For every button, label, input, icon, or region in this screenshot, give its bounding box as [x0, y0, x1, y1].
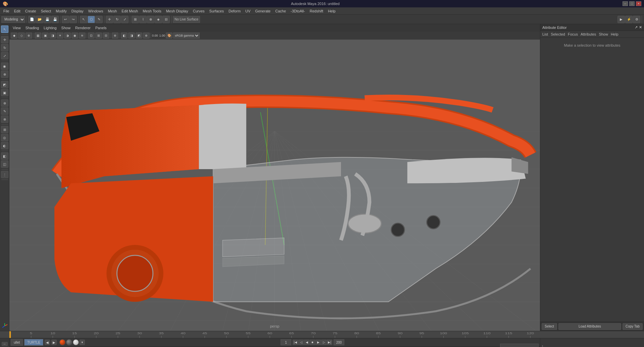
layer-prev-btn[interactable]: ◀ [45, 340, 50, 345]
attr-editor-float-btn[interactable]: ↗ [635, 25, 638, 30]
menu-mesh-display[interactable]: Mesh Display [164, 8, 190, 14]
layer-next-btn[interactable]: ▶ [51, 340, 57, 345]
vp-menu-show[interactable]: Show [59, 25, 73, 31]
scale-btn[interactable]: ⤢ [121, 16, 129, 23]
grid-tool[interactable]: ⊞ [1, 126, 8, 133]
vp-obj-mode[interactable]: ◨ [128, 33, 135, 39]
vp-select-mask-comp[interactable]: ◇ [18, 33, 25, 39]
step-fwd-btn[interactable]: ▷ [321, 340, 327, 345]
snap-curve-btn[interactable]: ⌇ [139, 16, 147, 23]
attr-editor-close-btn[interactable]: ✕ [639, 25, 642, 30]
vp-menu-shading[interactable]: Shading [23, 25, 41, 31]
vp-motion-blur[interactable]: ≋ [79, 33, 86, 39]
char-set-display[interactable]: No Character Set [500, 344, 539, 347]
isolate-tool[interactable]: ◎ [1, 134, 8, 141]
menu-display[interactable]: Display [69, 8, 86, 14]
ae-nav-show[interactable]: Show [599, 32, 608, 36]
open-file-btn[interactable]: 📂 [36, 16, 43, 23]
jump-end-btn[interactable]: ▶| [327, 340, 332, 345]
render-settings-btn[interactable]: ⚙ [633, 16, 640, 23]
move-tool[interactable]: ✛ [1, 36, 8, 43]
vp-wireframe[interactable]: ▦ [35, 33, 41, 39]
render-icon-gray[interactable] [66, 339, 72, 345]
timeline-collapse-btn[interactable]: ─ [2, 342, 8, 346]
menu-generate[interactable]: Generate [253, 8, 273, 14]
vp-uv-mode[interactable]: ⊕ [143, 33, 150, 39]
save-as-btn[interactable]: 💾 [51, 16, 59, 23]
vp-light[interactable]: ☀ [57, 33, 63, 39]
paint-select-btn[interactable]: ✎ [95, 16, 103, 23]
load-attrs-btn[interactable]: Load Attributes [558, 323, 621, 330]
vp-isolate[interactable]: ⊡ [88, 33, 95, 39]
snap-surface-btn[interactable]: ◈ [155, 16, 162, 23]
move-btn[interactable]: ✛ [106, 16, 113, 23]
layer-tab-ullet[interactable]: ullet [11, 339, 23, 346]
new-file-btn[interactable]: 📄 [28, 16, 36, 23]
menu-mesh[interactable]: Mesh [106, 8, 119, 14]
create-nurbs[interactable]: ◫ [1, 160, 8, 168]
paint-tool[interactable]: ✎ [1, 107, 8, 115]
viewport[interactable]: View Shading Lighting Show Renderer Pane… [9, 24, 540, 331]
menu-3dto[interactable]: -3DtoAll- [289, 8, 307, 14]
ae-nav-attributes[interactable]: Attributes [581, 32, 596, 36]
lasso-btn[interactable]: ⬡ [88, 16, 95, 23]
vp-menu-renderer[interactable]: Renderer [73, 25, 93, 31]
vp-menu-panels[interactable]: Panels [93, 25, 109, 31]
undo-btn[interactable]: ↩ [62, 16, 69, 23]
vp-menu-view[interactable]: View [11, 25, 23, 31]
snap-icon[interactable]: ⋮ [1, 171, 8, 178]
vp-texture[interactable]: ◨ [49, 33, 56, 39]
menu-surfaces[interactable]: Surfaces [207, 8, 226, 14]
close-button[interactable]: ✕ [636, 1, 641, 6]
range-start-field[interactable]: 1 [281, 339, 291, 345]
vp-select-mask-obj[interactable]: ◆ [11, 33, 17, 39]
layer-tab-turtle[interactable]: TURTLE [24, 339, 43, 346]
artisan-tool[interactable]: ⊗ [1, 115, 8, 123]
select-arrow-tool[interactable]: ↖ [1, 26, 8, 33]
menu-curves[interactable]: Curves [191, 8, 207, 14]
ipr-btn[interactable]: ⚡ [625, 16, 633, 23]
maximize-button[interactable]: □ [629, 1, 635, 6]
vp-shadow[interactable]: ◑ [64, 33, 71, 39]
minimize-button[interactable]: ─ [623, 1, 628, 6]
ae-nav-list[interactable]: List [542, 32, 548, 36]
render-icon-orange[interactable] [59, 339, 65, 345]
copy-tab-btn[interactable]: Copy Tab [623, 323, 643, 330]
sculpt-tool[interactable]: ⊛ [1, 99, 8, 107]
vp-color-select[interactable]: sRGB gamma [173, 33, 200, 39]
vp-select-mode[interactable]: ⊕ [26, 33, 32, 39]
menu-redshift[interactable]: Redshift [308, 8, 325, 14]
ae-nav-help[interactable]: Help [611, 32, 618, 36]
vp-move-cam[interactable]: ⊕ [112, 33, 118, 39]
render-icon-white[interactable] [73, 339, 79, 345]
menu-create[interactable]: Create [23, 8, 38, 14]
rotate-btn[interactable]: ↻ [113, 16, 121, 23]
step-back-btn[interactable]: ◁ [298, 340, 304, 345]
create-poly[interactable]: ◧ [1, 152, 8, 160]
attr-select-btn[interactable]: Select [542, 323, 557, 330]
menu-select[interactable]: Select [39, 8, 53, 14]
scene-area[interactable]: persp [9, 40, 540, 331]
mode-select[interactable]: Modeling [1, 16, 25, 23]
vp-smooth-shade[interactable]: ▣ [42, 33, 49, 39]
menu-cache[interactable]: Cache [273, 8, 288, 14]
snap-view-btn[interactable]: ⊟ [162, 16, 170, 23]
save-btn[interactable]: 💾 [44, 16, 51, 23]
select-tool-btn[interactable]: ↖ [80, 16, 87, 23]
rotate-tool[interactable]: ↻ [1, 44, 8, 51]
menu-mesh-tools[interactable]: Mesh Tools [141, 8, 163, 14]
menu-windows[interactable]: Windows [86, 8, 105, 14]
render-layers-expand[interactable]: ▼ [80, 340, 85, 345]
menu-file[interactable]: File [1, 8, 11, 14]
menu-edit-mesh[interactable]: Edit Mesh [119, 8, 140, 14]
vp-camera-settings[interactable]: ⊟ [103, 33, 109, 39]
range-end-field[interactable]: 200 [334, 339, 344, 345]
menu-deform[interactable]: Deform [227, 8, 243, 14]
ae-nav-focus[interactable]: Focus [568, 32, 578, 36]
display-tool[interactable]: ◩ [1, 81, 8, 88]
play-back-btn[interactable]: ◀ [304, 340, 309, 345]
ae-nav-selected[interactable]: Selected [551, 32, 565, 36]
menu-edit[interactable]: Edit [12, 8, 22, 14]
vp-comp-mode[interactable]: ◩ [136, 33, 142, 39]
redo-btn[interactable]: ↪ [69, 16, 77, 23]
